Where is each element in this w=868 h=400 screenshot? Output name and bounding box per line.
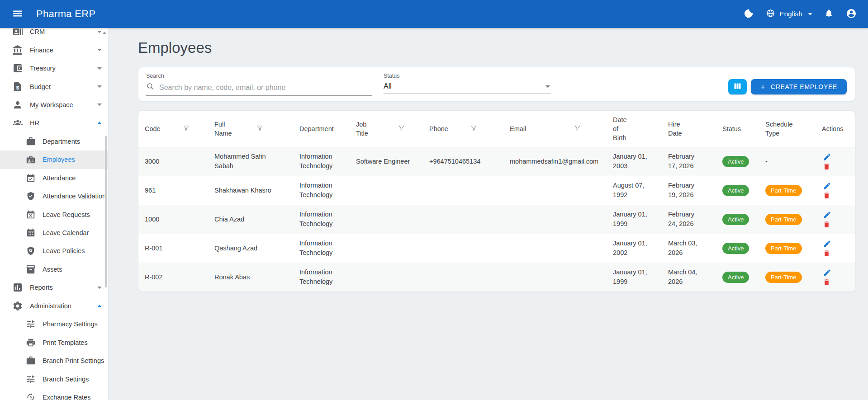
cell-hire-date: March 04, 2026 (668, 268, 702, 287)
sidebar-item-assets[interactable]: Assets (0, 260, 108, 278)
filter-funnel-icon[interactable] (182, 124, 190, 133)
scrollbar-up-arrow[interactable] (103, 32, 106, 34)
chevron-up-icon (97, 305, 102, 307)
sidebar-item-label: Treasury (30, 65, 56, 72)
sidebar-item-employees[interactable]: Employees (0, 151, 108, 169)
sidebar-item-leave-calendar[interactable]: Leave Calendar (0, 224, 108, 242)
sidebar-item-hr[interactable]: HR (0, 114, 108, 132)
filter-funnel-icon[interactable] (398, 124, 405, 133)
delete-button[interactable] (822, 249, 831, 258)
language-selector[interactable]: English (766, 9, 812, 19)
cell-full-name: Chia Azad (214, 215, 244, 224)
sidebar: CRM Finance Treasury $ Budget My Workspa… (0, 28, 109, 400)
sidebar-item-reports[interactable]: Reports (0, 278, 108, 296)
sidebar-item-departments[interactable]: Departments (0, 132, 108, 151)
edit-button[interactable] (822, 239, 832, 249)
sidebar-item-label: Branch Settings (43, 376, 89, 383)
sidebar-item-budget[interactable]: $ Budget (0, 77, 108, 95)
cell-phone (426, 263, 506, 292)
table-row: R-001 Qashang Azad Information Technelog… (138, 234, 855, 263)
sidebar-item-leave-requests[interactable]: Leave Requests (0, 205, 108, 223)
sidebar-item-pharmacy-settings[interactable]: Pharmacy Settings (0, 315, 108, 333)
status-select[interactable]: All (384, 82, 551, 94)
sidebar-item-treasury[interactable]: Treasury (0, 59, 108, 77)
policy-icon (26, 246, 36, 256)
column-settings-button[interactable] (728, 79, 747, 94)
sidebar-item-finance[interactable]: Finance (0, 41, 108, 59)
delete-button[interactable] (822, 220, 831, 229)
edit-button[interactable] (822, 181, 832, 191)
cell-code: R-001 (138, 234, 211, 263)
sidebar-item-label: Attendance Validation (43, 193, 106, 200)
chevron-down-icon (808, 13, 812, 15)
cell-department: Information Technelogy (299, 152, 349, 171)
cell-dob: January 01, 1999 (613, 210, 655, 229)
cell-email (506, 234, 609, 263)
notifications-button[interactable] (824, 9, 834, 19)
main-content: Employees Search Status All (109, 28, 868, 400)
filter-funnel-icon[interactable] (256, 124, 264, 133)
gear-icon (12, 301, 23, 311)
delete-button[interactable] (822, 191, 831, 200)
cell-code: 3000 (138, 147, 211, 176)
sidebar-item-label: Employees (43, 156, 75, 163)
delete-button[interactable] (822, 162, 831, 171)
search-input[interactable] (159, 84, 372, 92)
plus-icon: + (760, 83, 766, 91)
bar-chart-icon (12, 282, 23, 293)
globe-icon (766, 9, 775, 19)
edit-button[interactable] (822, 268, 832, 278)
edit-button[interactable] (822, 152, 832, 162)
sidebar-item-leave-policies[interactable]: Leave Policies (0, 242, 108, 260)
language-label: English (779, 10, 802, 18)
wallet-icon (12, 63, 23, 74)
hamburger-icon (12, 8, 24, 21)
calendar-grid-icon (26, 228, 36, 238)
badge-icon (26, 155, 36, 165)
sidebar-item-branch-print-settings[interactable]: Branch Print Settings (0, 352, 108, 370)
table-row: 961 Shakhawan Khasro Information Technel… (138, 176, 855, 205)
cell-job-title (352, 234, 426, 263)
sidebar-item-attendance[interactable]: Attendance (0, 169, 108, 187)
delete-button[interactable] (822, 278, 831, 287)
shield-check-icon (26, 191, 36, 201)
filter-funnel-icon[interactable] (470, 124, 478, 133)
sidebar-item-exchange-rates[interactable]: $ Exchange Rates (0, 388, 108, 400)
theme-toggle-button[interactable] (744, 9, 754, 20)
sidebar-item-print-templates[interactable]: Print Templates (0, 333, 108, 351)
cell-full-name: Qashang Azad (214, 244, 257, 253)
create-employee-button[interactable]: + CREATE EMPLOYEE (751, 79, 847, 94)
cell-job-title: Software Engineer (352, 147, 426, 176)
sidebar-item-label: Pharmacy Settings (43, 320, 98, 328)
trash-icon (823, 252, 830, 259)
view-columns-icon (733, 81, 742, 92)
column-header-job-title: Job Title (356, 120, 376, 138)
sidebar-item-my-workspace[interactable]: My Workspace (0, 96, 108, 114)
filter-funnel-icon[interactable] (574, 124, 581, 133)
menu-button[interactable] (11, 7, 24, 21)
briefcase-icon (26, 136, 36, 146)
table-row: 3000 Mohammed Safin Sabah Information Te… (138, 147, 855, 176)
schedule-type-badge: Part-Time (765, 243, 802, 254)
cell-job-title (352, 205, 426, 234)
sidebar-item-attendance-validation[interactable]: Attendance Validation (0, 187, 108, 205)
sidebar-item-branch-settings[interactable]: Branch Settings (0, 370, 108, 388)
cell-dob: August 07, 1992 (613, 181, 655, 200)
tune-icon (26, 374, 36, 384)
chevron-up-icon (97, 122, 102, 124)
cell-full-name: Shakhawan Khasro (214, 186, 271, 195)
account-button[interactable] (846, 8, 857, 20)
sidebar-item-crm[interactable]: CRM (0, 28, 108, 41)
edit-button[interactable] (822, 210, 832, 220)
cell-full-name: Mohammed Safin Sabah (214, 152, 273, 171)
pencil-icon (823, 185, 831, 192)
cell-job-title (352, 176, 426, 205)
sidebar-item-label: Finance (30, 47, 53, 54)
column-header-schedule-type: Schedule Type (765, 120, 793, 138)
create-employee-label: CREATE EMPLOYEE (771, 83, 837, 90)
sidebar-scrollbar-thumb[interactable] (105, 136, 107, 287)
trash-icon (823, 281, 830, 287)
chevron-down-icon (97, 85, 102, 88)
sidebar-item-administration[interactable]: Administration (0, 297, 108, 315)
sidebar-item-label: Reports (30, 284, 53, 291)
